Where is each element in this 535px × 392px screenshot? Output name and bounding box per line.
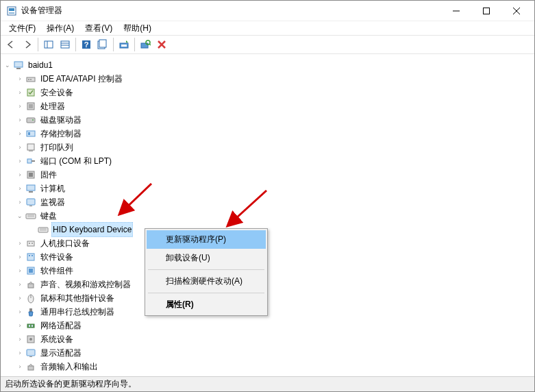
svg-rect-42 [29,191,33,193]
tree-item[interactable]: ›监视器 [1,195,534,209]
svg-rect-17 [121,45,127,47]
expand-icon[interactable]: › [16,182,24,195]
tree-item[interactable]: ›处理器 [1,99,534,113]
menu-view[interactable]: 查看(V) [79,21,118,36]
svg-rect-4 [484,8,490,14]
expand-icon[interactable]: › [16,195,24,209]
back-button[interactable] [3,37,18,52]
svg-line-20 [149,44,151,45]
properties-button[interactable] [95,37,110,52]
menu-properties[interactable]: 属性(R) [147,295,266,314]
expand-icon[interactable]: › [16,291,24,305]
tree-item[interactable]: ›网络适配器 [1,319,534,332]
statusbar: 启动所选设备的更新驱动程序向导。 [1,376,534,391]
tree-root-label: baidu1 [27,58,54,72]
svg-rect-55 [29,255,30,256]
svg-rect-64 [29,325,30,327]
tree-item[interactable]: ›打印队列 [1,140,534,154]
expand-icon[interactable]: › [16,127,24,140]
update-driver-button[interactable] [116,37,132,52]
tree-item[interactable]: ›固件 [1,168,534,182]
expand-icon[interactable]: › [16,264,24,278]
expand-icon[interactable]: › [16,72,24,86]
close-button[interactable] [501,1,532,21]
tree-root[interactable]: ⌄ baidu1 [1,58,534,72]
keyboard-icon [25,210,36,221]
menu-help[interactable]: 帮助(H) [118,21,157,36]
expand-icon[interactable]: › [16,113,24,127]
menu-scan-hardware[interactable]: 扫描检测硬件改动(A) [147,272,266,291]
expand-icon[interactable]: › [16,319,24,332]
expand-icon[interactable]: › [16,360,24,373]
svg-rect-15 [99,40,106,47]
tree-item-label: 磁盘驱动器 [39,113,83,127]
svg-rect-59 [28,284,34,288]
maximize-button[interactable] [471,1,501,21]
expand-icon[interactable]: › [16,305,24,319]
expand-icon[interactable]: › [16,250,24,264]
expand-icon[interactable]: › [16,86,24,99]
tree-item[interactable]: ›端口 (COM 和 LPT) [1,154,534,168]
details-button[interactable] [58,37,73,52]
expand-icon[interactable]: › [16,154,24,168]
tree-item-keyboard[interactable]: ⌄ 键盘 [1,209,534,223]
expand-icon[interactable]: › [16,168,24,182]
tree-item-label: 人机接口设备 [39,236,91,250]
tree-item-label: 鼠标和其他指针设备 [39,291,116,305]
menu-update-driver[interactable]: 更新驱动程序(P) [147,230,266,249]
tree-item[interactable]: ›存储控制器 [1,127,534,140]
device-icon [25,101,36,112]
tree-item[interactable]: ›计算机 [1,182,534,195]
collapse-icon[interactable]: ⌄ [3,58,12,72]
device-icon [25,320,36,331]
tree-item[interactable]: ›系统设备 [1,332,534,346]
svg-point-27 [30,79,32,80]
tree-item-label: 监视器 [39,195,66,209]
tree-item-label: 软件组件 [39,264,75,278]
device-tree[interactable]: ⌄ baidu1 ›IDE ATA/ATAPI 控制器›安全设备›处理器›磁盘驱… [1,56,534,376]
tree-item[interactable]: ›安全设备 [1,86,534,99]
scan-hardware-button[interactable] [138,37,153,52]
device-icon [25,238,36,249]
tree-item[interactable]: ›磁盘驱动器 [1,113,534,127]
uninstall-button[interactable] [154,37,169,52]
tree-item-label: 键盘 [39,209,58,223]
toolbar-separator [113,38,114,51]
svg-text:?: ? [84,40,89,49]
toolbar-separator [75,38,76,51]
tree-item-label: 端口 (COM 和 LPT) [39,154,113,168]
collapse-icon[interactable]: ⌄ [16,209,24,223]
toolbar: ? [1,35,534,54]
tree-item-label: 声音、视频和游戏控制器 [39,278,132,291]
tree-item[interactable]: ›音频输入和输出 [1,360,534,373]
svg-point-32 [32,119,34,121]
menu-file[interactable]: 文件(F) [3,21,41,36]
svg-rect-35 [27,144,34,150]
minimize-button[interactable] [441,1,471,21]
expand-icon[interactable]: › [16,99,24,113]
device-icon [25,87,36,98]
tree-item-label: 处理器 [39,99,66,113]
svg-point-26 [28,79,29,80]
forward-button[interactable] [20,37,35,52]
tree-item[interactable]: ›显示适配器 [1,346,534,360]
svg-rect-54 [27,254,34,260]
tree-item-label: 通用串行总线控制器 [39,305,116,319]
expand-icon[interactable]: › [16,332,24,346]
expand-icon[interactable]: › [16,346,24,360]
expand-icon[interactable]: › [16,236,24,250]
svg-rect-30 [29,104,33,108]
help-button[interactable]: ? [79,37,94,52]
show-hide-console-button[interactable] [41,37,56,52]
device-icon [25,183,36,194]
tree-item-label: 固件 [39,168,58,182]
expand-icon[interactable]: › [16,278,24,291]
menu-separator [148,269,264,270]
expand-icon[interactable]: › [16,140,24,154]
menu-action[interactable]: 操作(A) [41,21,79,36]
tree-item[interactable]: ›IDE ATA/ATAPI 控制器 [1,72,534,86]
svg-rect-23 [14,62,23,67]
tree-item-label: IDE ATA/ATAPI 控制器 [39,72,124,86]
menu-uninstall-device[interactable]: 卸载设备(U) [147,249,266,267]
svg-rect-2 [9,12,14,14]
